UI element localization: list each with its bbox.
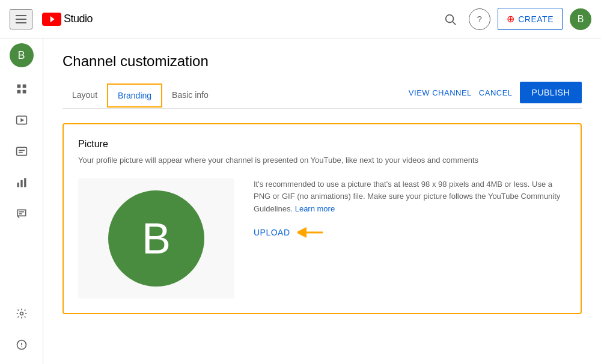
sidebar-item-content[interactable] <box>5 106 38 135</box>
help-button[interactable]: ? <box>469 8 490 30</box>
analytics-icon <box>16 177 28 189</box>
orange-arrow-icon <box>297 225 326 240</box>
feedback-icon <box>16 339 28 351</box>
picture-info-text: It's recommended to use a picture that's… <box>254 178 566 216</box>
sidebar-avatar[interactable]: B <box>10 43 34 67</box>
svg-rect-13 <box>20 180 22 187</box>
svg-marker-0 <box>50 16 55 22</box>
publish-button[interactable]: PUBLISH <box>520 82 582 103</box>
video-icon <box>16 114 28 126</box>
hamburger-menu-button[interactable] <box>10 9 32 29</box>
svg-rect-3 <box>17 85 20 88</box>
main-layout: B <box>0 38 601 364</box>
tab-branding[interactable]: Branding <box>107 83 162 108</box>
upload-row: UPLOAD <box>254 225 566 240</box>
youtube-play-icon <box>46 15 57 23</box>
svg-rect-4 <box>22 85 26 88</box>
search-icon <box>444 13 457 26</box>
help-label: ? <box>477 14 482 24</box>
svg-rect-12 <box>17 183 19 187</box>
sidebar-item-analytics[interactable] <box>5 168 38 197</box>
sidebar-item-dashboard[interactable] <box>5 74 38 103</box>
svg-point-17 <box>20 312 23 315</box>
svg-rect-14 <box>24 178 26 187</box>
svg-rect-5 <box>17 90 20 94</box>
dashboard-icon <box>16 83 28 95</box>
create-button[interactable]: ⊕ CREATE <box>498 8 563 30</box>
tabs-bar: Layout Branding Basic info VIEW CHANNEL … <box>63 82 582 109</box>
svg-line-2 <box>453 22 456 25</box>
upload-button[interactable]: UPLOAD <box>254 228 290 237</box>
sidebar: B <box>0 38 43 364</box>
studio-label: Studio <box>64 13 93 25</box>
picture-content: B It's recommended to use a picture that… <box>78 178 566 299</box>
comments-icon <box>16 208 28 220</box>
youtube-icon <box>42 13 61 26</box>
avatar-preview-area: B <box>78 178 234 299</box>
user-avatar[interactable]: B <box>570 8 591 30</box>
learn-more-link[interactable]: Learn more <box>295 204 335 213</box>
view-channel-button[interactable]: VIEW CHANNEL <box>409 88 472 97</box>
picture-section: Picture Your profile picture will appear… <box>63 123 582 314</box>
tab-actions: VIEW CHANNEL CANCEL PUBLISH <box>409 82 582 108</box>
picture-title: Picture <box>78 139 566 150</box>
subtitles-icon <box>16 145 28 157</box>
svg-marker-8 <box>20 118 24 123</box>
tab-layout[interactable]: Layout <box>63 83 107 108</box>
svg-point-1 <box>445 14 453 22</box>
sidebar-item-settings[interactable] <box>5 299 38 328</box>
svg-point-20 <box>21 347 22 348</box>
sidebar-item-subtitles[interactable] <box>5 137 38 166</box>
logo[interactable]: Studio <box>42 13 93 26</box>
content-area: Channel customization Layout Branding Ba… <box>43 38 601 364</box>
header: Studio ? ⊕ CREATE B <box>0 0 601 38</box>
svg-rect-9 <box>16 147 26 155</box>
search-button[interactable] <box>439 8 462 31</box>
page-title: Channel customization <box>63 53 582 70</box>
sidebar-item-comments[interactable] <box>5 199 38 228</box>
cancel-button[interactable]: CANCEL <box>479 88 513 97</box>
tab-basic-info[interactable]: Basic info <box>162 83 218 108</box>
avatar-large: B <box>108 190 204 287</box>
sidebar-item-feedback[interactable] <box>5 330 38 359</box>
settings-icon <box>16 308 28 320</box>
header-left: Studio <box>10 9 93 29</box>
picture-info: It's recommended to use a picture that's… <box>254 178 566 240</box>
picture-description: Your profile picture will appear where y… <box>78 154 566 166</box>
svg-rect-6 <box>22 90 26 94</box>
create-label: CREATE <box>518 14 554 24</box>
arrow-right-icon <box>297 225 326 240</box>
header-right: ? ⊕ CREATE B <box>439 8 591 31</box>
create-plus-icon: ⊕ <box>507 13 515 25</box>
